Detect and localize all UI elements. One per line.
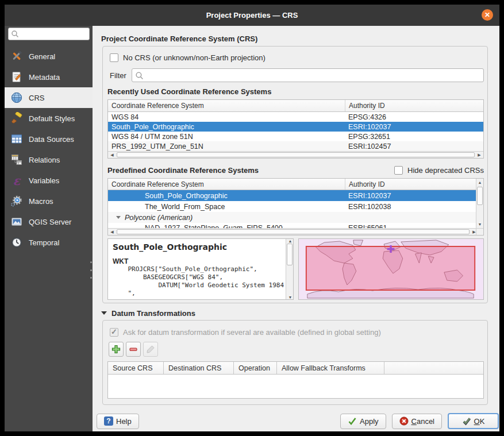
recent-crs-title: Recently Used Coordinate Reference Syste… (107, 87, 484, 96)
sidebar-item-qgis-server[interactable]: QGIS Server (5, 211, 93, 232)
predefined-crs-table: Coordinate Reference System Authority ID… (107, 178, 484, 236)
datum-transformations-title: Datum Transformations (111, 309, 195, 318)
collapse-arrow-icon (101, 311, 107, 315)
sidebar-item-general[interactable]: General (5, 46, 93, 67)
crs-groupbox: No CRS (or unknown/non-Earth projection)… (102, 46, 488, 303)
column-header-source-crs[interactable]: Source CRS (108, 362, 163, 374)
sidebar-item-temporal[interactable]: Temporal (5, 232, 93, 253)
column-header-crs[interactable]: Coordinate Reference System (108, 100, 345, 111)
column-header-authority[interactable]: Authority ID (345, 179, 478, 190)
table-row[interactable]: WGS 84 EPSG:4326 (108, 112, 483, 122)
sidebar-item-crs[interactable]: CRS (5, 87, 93, 108)
sidebar-item-label: Data Sources (29, 135, 74, 144)
window-title: Project Properties — CRS (206, 11, 298, 20)
sidebar-item-label: CRS (29, 94, 44, 102)
tree-expand-icon[interactable] (116, 216, 121, 219)
table-row[interactable]: The_World_From_Space ESRI:102038 (108, 201, 483, 212)
sidebar: General Metadata CRS Default Styles (5, 26, 93, 431)
sidebar-item-variables[interactable]: ε Variables (5, 170, 93, 191)
gear-play-icon (10, 194, 24, 208)
sidebar-item-label: General (29, 52, 55, 61)
search-icon (135, 71, 144, 80)
ok-check-icon (462, 416, 471, 426)
server-image-icon (10, 215, 24, 229)
project-properties-dialog: Project Properties — CRS ✕ General Metad… (5, 5, 499, 431)
remove-transform-button[interactable] (126, 342, 141, 357)
sidebar-item-default-styles[interactable]: Default Styles (5, 108, 93, 129)
horizontal-scrollbar[interactable]: ◀ ▶ (108, 228, 478, 235)
scroll-left-arrow[interactable]: ◀ (108, 152, 116, 158)
sidebar-item-macros[interactable]: Macros (5, 191, 93, 211)
table-row-selected[interactable]: South_Pole_Orthographic ESRI:102037 (108, 122, 483, 132)
filter-label: Filter (110, 71, 126, 80)
cancel-button[interactable]: Cancel (392, 414, 442, 429)
scroll-up-arrow[interactable]: ▲ (476, 179, 483, 186)
search-icon (11, 30, 19, 38)
sidebar-item-relations[interactable]: Relations (5, 149, 93, 170)
pencil-icon (146, 345, 155, 354)
scrollbar-thumb[interactable] (117, 152, 475, 157)
hide-deprecated-label: Hide deprecated CRSs (407, 166, 484, 175)
apply-button[interactable]: Apply (340, 414, 386, 429)
tools-icon (10, 49, 24, 63)
table-group-row[interactable]: Polyconic (American) (108, 212, 483, 223)
no-crs-checkbox[interactable] (110, 53, 118, 62)
close-button[interactable]: ✕ (482, 9, 493, 21)
sidebar-item-data-sources[interactable]: Data Sources (5, 129, 93, 149)
sidebar-item-label: Metadata (29, 73, 60, 82)
help-icon: ? (104, 416, 113, 426)
scrollbar-thumb[interactable] (477, 187, 483, 205)
column-header-destination-crs[interactable]: Destination CRS (163, 362, 233, 374)
predefined-crs-title: Predefined Coordinate Reference Systems (107, 166, 259, 175)
crs-filter-input[interactable] (132, 68, 484, 82)
scroll-down-arrow[interactable]: ▼ (476, 221, 483, 228)
datum-groupbox: Ask for datum transformation if several … (102, 320, 488, 405)
scrollbar-thumb[interactable] (287, 244, 293, 265)
dialog-button-box: ? Help Apply Cancel OK (93, 413, 499, 429)
page-title: Project Coordinate Reference System (CRS… (101, 34, 499, 44)
add-transform-button[interactable] (109, 342, 124, 357)
crs-name: South_Pole_Orthographic (113, 242, 284, 252)
column-header-crs[interactable]: Coordinate Reference System (108, 179, 345, 190)
crs-extent-map-preview (298, 238, 484, 300)
sidebar-search-input[interactable] (8, 28, 90, 40)
ask-datum-label: Ask for datum transformation if several … (123, 328, 381, 337)
edit-transform-button[interactable] (143, 342, 158, 357)
scroll-left-arrow[interactable]: ◀ (108, 229, 116, 235)
scroll-down-arrow[interactable]: ▼ (286, 295, 294, 299)
crs-description-panel: South_Pole_Orthographic WKT PROJCRS["Sou… (107, 238, 294, 300)
data-table-icon (10, 132, 24, 146)
vertical-scrollbar[interactable]: ▲ ▼ (476, 179, 483, 228)
sidebar-item-metadata[interactable]: Metadata (5, 67, 93, 87)
paintbrush-icon (10, 111, 24, 125)
crs-page: Project Coordinate Reference System (CRS… (93, 26, 499, 431)
titlebar: Project Properties — CRS ✕ (5, 5, 499, 26)
table-row[interactable]: PRS_1992_UTM_Zone_51N ESRI:102457 (108, 141, 483, 151)
datum-transformations-collapser[interactable]: Datum Transformations (101, 308, 499, 318)
plus-icon (111, 345, 121, 354)
ok-button[interactable]: OK (448, 413, 499, 429)
sidebar-item-label: Temporal (29, 238, 59, 247)
cancel-icon (399, 416, 409, 426)
recent-crs-table: Coordinate Reference System Authority ID… (107, 99, 484, 159)
wkt-label: WKT (113, 257, 284, 265)
column-header-allow-fallback[interactable]: Allow Fallback Transforms (276, 362, 384, 374)
scroll-right-arrow[interactable]: ▶ (475, 152, 483, 158)
relations-icon (10, 153, 24, 167)
scroll-up-arrow[interactable]: ▲ (286, 239, 294, 243)
minus-icon (129, 345, 138, 354)
sidebar-item-label: QGIS Server (29, 218, 71, 226)
ask-datum-checkbox (110, 328, 118, 337)
column-header-operation[interactable]: Operation (233, 362, 276, 374)
help-button[interactable]: ? Help (97, 414, 139, 429)
table-row[interactable]: WGS 84 / UTM zone 51N EPSG:32651 (108, 132, 483, 141)
table-row-selected[interactable]: South_Pole_Orthographic ESRI:102037 (108, 190, 483, 201)
horizontal-scrollbar[interactable]: ◀ ▶ (108, 151, 483, 158)
world-map (299, 239, 483, 299)
crs-extent-rect (306, 246, 475, 290)
vertical-scrollbar[interactable]: ▲ ▼ (286, 239, 293, 299)
hide-deprecated-checkbox[interactable] (394, 166, 403, 175)
scrollbar-thumb[interactable] (117, 229, 470, 234)
sidebar-item-label: Relations (29, 156, 60, 164)
column-header-authority[interactable]: Authority ID (345, 100, 483, 111)
